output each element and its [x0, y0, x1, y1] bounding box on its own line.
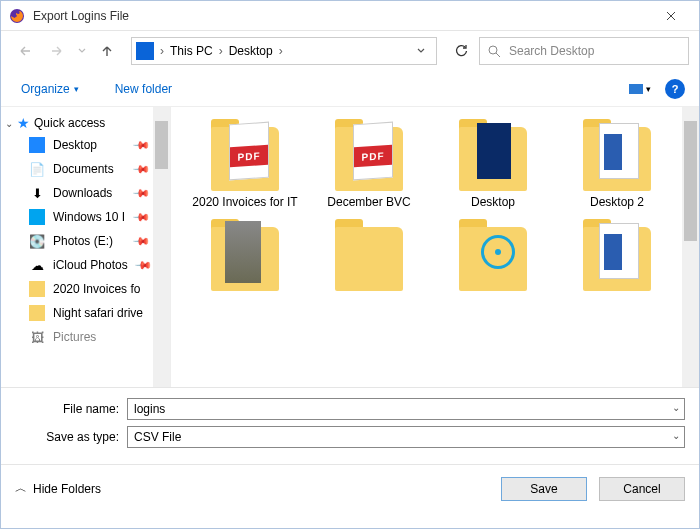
pc-icon	[136, 42, 154, 60]
quick-access-label: Quick access	[34, 116, 105, 130]
folder-icon	[29, 281, 45, 297]
organize-button[interactable]: Organize ▾	[15, 78, 85, 100]
sidebar-item-documents[interactable]: 📄 Documents 📌	[1, 157, 170, 181]
save-type-value: CSV File	[134, 430, 181, 444]
chevron-down-icon: ⌄	[5, 118, 13, 129]
cancel-button[interactable]: Cancel	[599, 477, 685, 501]
help-button[interactable]: ?	[665, 79, 685, 99]
item-label: Desktop	[471, 195, 515, 209]
forward-button[interactable]	[43, 37, 71, 65]
save-form: File name: logins ⌄ Save as type: CSV Fi…	[1, 387, 699, 464]
downloads-icon: ⬇	[29, 185, 45, 201]
file-list[interactable]: PDF 2020 Invoices for IT PDF December BV…	[171, 107, 699, 387]
chevron-right-icon: ›	[160, 44, 164, 58]
icloud-icon: ☁	[29, 257, 45, 273]
svg-point-1	[489, 46, 497, 54]
sidebar-item-label: iCloud Photos	[53, 258, 128, 272]
address-bar[interactable]: › This PC › Desktop ›	[131, 37, 437, 65]
folder-item[interactable]: PDF 2020 Invoices for IT	[187, 117, 303, 209]
hide-folders-label: Hide Folders	[33, 482, 101, 496]
refresh-button[interactable]	[447, 37, 475, 65]
folder-item[interactable]: Desktop 2	[559, 117, 675, 209]
sidebar-scrollbar[interactable]	[153, 107, 170, 387]
chevron-right-icon: ›	[219, 44, 223, 58]
crumb-this-pc[interactable]: This PC	[170, 44, 213, 58]
folder-icon	[451, 117, 535, 191]
folder-icon	[29, 305, 45, 321]
folder-icon: PDF	[327, 117, 411, 191]
sidebar-item-label: Documents	[53, 162, 114, 176]
file-name-input[interactable]: logins ⌄	[127, 398, 685, 420]
content-scrollbar[interactable]	[682, 107, 699, 387]
save-button[interactable]: Save	[501, 477, 587, 501]
sidebar-item-pictures[interactable]: 🖼 Pictures	[1, 325, 170, 349]
address-dropdown-icon[interactable]	[410, 46, 432, 56]
organize-label: Organize	[21, 82, 70, 96]
sidebar-item-label: Night safari drive	[53, 306, 143, 320]
folder-item[interactable]	[435, 217, 551, 295]
sidebar-item-label: Pictures	[53, 330, 96, 344]
pin-icon: 📌	[131, 135, 150, 154]
desktop-icon	[29, 137, 45, 153]
save-type-label: Save as type:	[15, 430, 127, 444]
up-button[interactable]	[93, 37, 121, 65]
windows-icon	[29, 209, 45, 225]
view-mode-button[interactable]: ▾	[623, 78, 657, 100]
folder-icon	[203, 217, 287, 291]
quick-access-header[interactable]: ⌄ ★ Quick access	[1, 113, 170, 133]
documents-icon: 📄	[29, 161, 45, 177]
save-type-select[interactable]: CSV File ⌄	[127, 426, 685, 448]
pin-icon: 📌	[133, 255, 152, 274]
pin-icon: 📌	[131, 183, 150, 202]
search-placeholder: Search Desktop	[509, 44, 594, 58]
sidebar-item-downloads[interactable]: ⬇ Downloads 📌	[1, 181, 170, 205]
window-title: Export Logins File	[33, 9, 651, 23]
folder-icon	[575, 117, 659, 191]
file-name-value: logins	[134, 402, 165, 416]
item-label: Desktop 2	[590, 195, 644, 209]
pictures-icon: 🖼	[29, 329, 45, 345]
new-folder-label: New folder	[115, 82, 172, 96]
main-area: ⌄ ★ Quick access Desktop 📌 📄 Documents 📌…	[1, 107, 699, 387]
sidebar: ⌄ ★ Quick access Desktop 📌 📄 Documents 📌…	[1, 107, 171, 387]
sidebar-item-windows[interactable]: Windows 10 I 📌	[1, 205, 170, 229]
toolbar: Organize ▾ New folder ▾ ?	[1, 71, 699, 107]
sidebar-item-label: Windows 10 I	[53, 210, 125, 224]
title-bar: Export Logins File	[1, 1, 699, 31]
folder-item[interactable]: Desktop	[435, 117, 551, 209]
sidebar-item-invoices[interactable]: 2020 Invoices fo	[1, 277, 170, 301]
back-button[interactable]	[11, 37, 39, 65]
nav-row: › This PC › Desktop › Search Desktop	[1, 31, 699, 71]
new-folder-button[interactable]: New folder	[109, 78, 178, 100]
folder-icon: PDF	[203, 117, 287, 191]
sidebar-item-photos-e[interactable]: 💽 Photos (E:) 📌	[1, 229, 170, 253]
recent-dropdown-icon[interactable]	[75, 37, 89, 65]
close-button[interactable]	[651, 2, 691, 30]
sidebar-item-safari[interactable]: Night safari drive	[1, 301, 170, 325]
folder-item[interactable]	[311, 217, 427, 295]
chevron-down-icon: ▾	[74, 84, 79, 94]
crumb-desktop[interactable]: Desktop	[229, 44, 273, 58]
drive-icon: 💽	[29, 233, 45, 249]
pin-icon: 📌	[131, 231, 150, 250]
pin-icon: 📌	[131, 159, 150, 178]
sidebar-item-label: 2020 Invoices fo	[53, 282, 140, 296]
folder-icon	[327, 217, 411, 291]
search-icon	[488, 45, 501, 58]
hide-folders-button[interactable]: ︿ Hide Folders	[15, 480, 101, 497]
folder-item[interactable]	[187, 217, 303, 295]
chevron-down-icon: ▾	[646, 84, 651, 94]
folder-item[interactable]	[559, 217, 675, 295]
chevron-down-icon[interactable]: ⌄	[672, 430, 680, 441]
sidebar-item-label: Downloads	[53, 186, 112, 200]
firefox-icon	[9, 8, 25, 24]
chevron-down-icon[interactable]: ⌄	[672, 402, 680, 413]
search-input[interactable]: Search Desktop	[479, 37, 689, 65]
footer: ︿ Hide Folders Save Cancel	[1, 464, 699, 512]
folder-icon	[451, 217, 535, 291]
sidebar-item-icloud[interactable]: ☁ iCloud Photos 📌	[1, 253, 170, 277]
sidebar-item-desktop[interactable]: Desktop 📌	[1, 133, 170, 157]
folder-item[interactable]: PDF December BVC	[311, 117, 427, 209]
view-mode-icon	[629, 84, 643, 94]
item-label: December BVC	[327, 195, 410, 209]
